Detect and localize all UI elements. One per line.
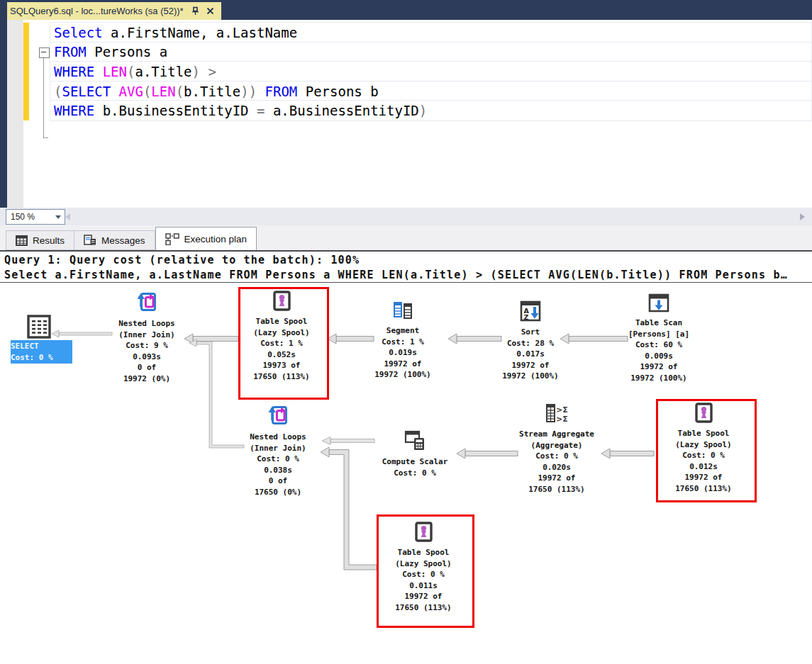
plan-node-text: (Inner Join) xyxy=(221,443,335,454)
stream-aggregate-icon: >Σ>Σ xyxy=(500,403,613,427)
plan-node-text: 0.009s xyxy=(602,351,716,362)
plan-node-text: Cost: 0 % xyxy=(358,468,472,479)
plan-node-text: Table Scan xyxy=(602,317,716,329)
plan-node-text: (Inner Join) xyxy=(90,330,204,341)
select-cost: Cost: 0 % xyxy=(11,352,72,364)
plan-node-text: Stream Aggregate xyxy=(500,429,613,440)
plan-node-text: 0.020s xyxy=(500,462,613,473)
plan-node-text: 0 of xyxy=(221,476,335,487)
plan-node-text: Cost: 28 % xyxy=(474,338,587,349)
plan-node-text: Cost: 60 % xyxy=(602,339,716,351)
svg-text:>Σ: >Σ xyxy=(556,405,568,415)
result-grid-icon xyxy=(27,315,51,342)
plan-node-text: Sort xyxy=(474,327,587,338)
plan-node-text: 0 of xyxy=(90,362,204,373)
plan-node-text: 19972 (0%) xyxy=(90,373,204,385)
plan-node-nested-loops-2[interactable]: Nested Loops(Inner Join)Cost: 0 %0.038s0… xyxy=(221,404,335,497)
warning-highlight-box-table-spool-2 xyxy=(656,399,757,502)
plan-node-text: 19972 (100%) xyxy=(602,373,716,384)
plan-node-compute-scalar[interactable]: Compute ScalarCost: 0 % xyxy=(358,430,472,478)
table-scan-icon xyxy=(602,293,716,315)
plan-node-text: (Aggregate) xyxy=(500,440,613,451)
plan-node-text: Nested Loops xyxy=(90,318,204,330)
select-label: SELECT xyxy=(11,341,72,352)
plan-node-text: 19972 of xyxy=(500,473,613,484)
nested-loops-icon xyxy=(221,404,335,429)
plan-node-text: Nested Loops xyxy=(221,432,335,443)
plan-node-text: Cost: 9 % xyxy=(90,340,204,351)
plan-node-text: Cost: 0 % xyxy=(500,451,613,462)
plan-node-text: 17650 (113%) xyxy=(500,484,613,495)
svg-text:Z: Z xyxy=(524,313,529,321)
plan-node-stream-aggregate[interactable]: >Σ>ΣStream Aggregate(Aggregate)Cost: 0 %… xyxy=(500,403,613,495)
plan-node-text: Segment xyxy=(346,325,460,337)
plan-node-text: Compute Scalar xyxy=(358,456,472,468)
plan-node-text: 19972 of xyxy=(602,361,716,373)
fold-collapse-minus-icon xyxy=(41,52,46,52)
plan-node-table-scan[interactable]: Table Scan[Persons] [a]Cost: 60 %0.009s1… xyxy=(602,293,716,383)
warning-highlight-box-table-spool-3 xyxy=(377,514,474,628)
plan-node-text: 19972 of xyxy=(346,359,460,370)
plan-node-sort[interactable]: AZSortCost: 28 %0.017s19972 of19972 (100… xyxy=(474,300,587,382)
code-fold-toggle[interactable] xyxy=(39,47,50,58)
nested-loops-icon xyxy=(90,291,204,316)
plan-node-text: 17650 (0%) xyxy=(221,487,335,498)
sort-icon: AZ xyxy=(474,300,587,325)
plan-node-text: Cost: 1 % xyxy=(346,337,460,348)
warning-highlight-box-table-spool-1 xyxy=(238,287,329,400)
plan-node-nested-loops-1[interactable]: Nested Loops(Inner Join)Cost: 9 %0.093s0… xyxy=(90,291,204,384)
plan-node-text: 0.038s xyxy=(221,465,335,476)
plan-node-text: 19972 (100%) xyxy=(346,369,460,381)
plan-node-text: 0.093s xyxy=(90,351,204,363)
segment-icon xyxy=(346,300,460,323)
plan-node-segment[interactable]: SegmentCost: 1 %0.019s19972 of19972 (100… xyxy=(346,300,460,381)
plan-node-text: [Persons] [a] xyxy=(602,329,716,340)
plan-node-text: 0.019s xyxy=(346,347,460,359)
plan-node-text: 19972 of xyxy=(474,360,587,371)
plan-node-text: Cost: 0 % xyxy=(221,454,335,465)
compute-scalar-icon xyxy=(358,430,472,454)
plan-node-select[interactable]: SELECTCost: 0 % xyxy=(11,340,72,364)
plan-node-text: 19972 (100%) xyxy=(474,371,587,382)
svg-text:>Σ: >Σ xyxy=(556,415,568,424)
plan-node-text: 0.017s xyxy=(474,349,587,360)
